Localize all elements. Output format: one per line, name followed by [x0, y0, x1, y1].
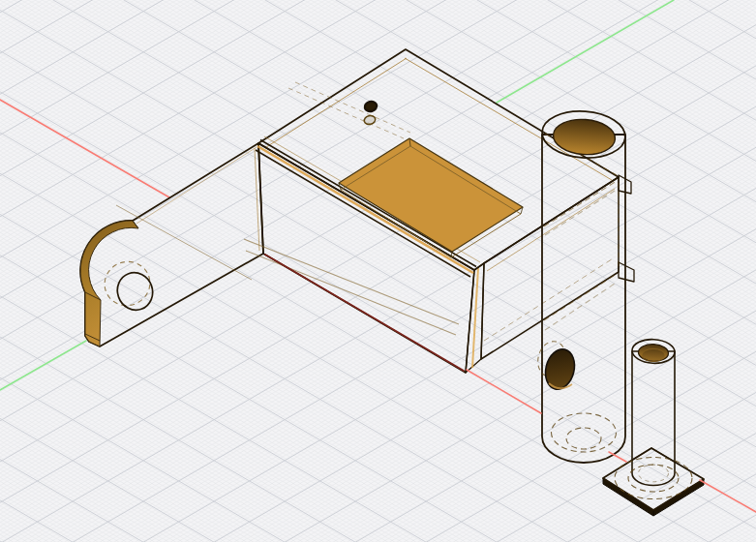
- post-bore-step: [642, 348, 665, 361]
- viewport-canvas: [0, 0, 756, 542]
- grid-minor: [0, 0, 756, 542]
- cad-viewport[interactable]: [0, 0, 756, 542]
